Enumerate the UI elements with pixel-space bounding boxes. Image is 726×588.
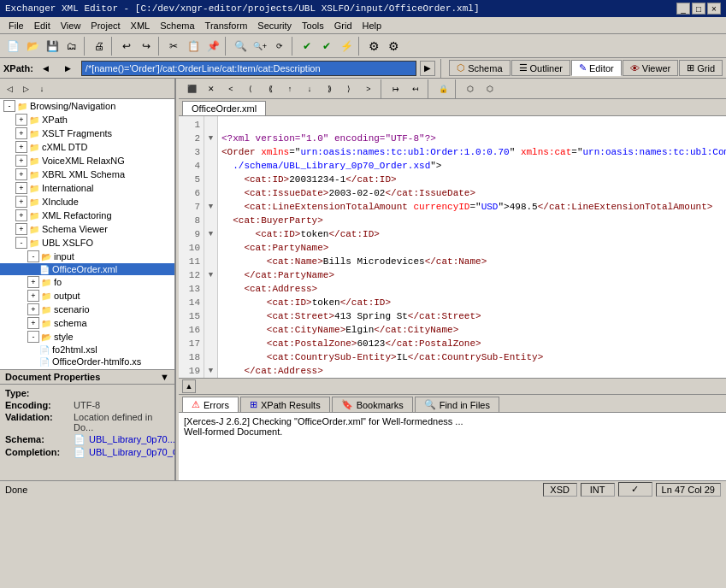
tree-item-fo2html[interactable]: 📄 fo2html.xsl xyxy=(0,344,174,356)
ed-tb-leftdbl[interactable]: ⟪ xyxy=(261,79,280,98)
xpath-results-tab[interactable]: ⊞ XPath Results xyxy=(240,397,330,412)
xpath-fwd-button[interactable]: ▶ xyxy=(59,59,78,78)
tree-expand-xpath[interactable]: + xyxy=(15,114,27,126)
ed-tb-fwd[interactable]: ⟩ xyxy=(339,79,358,98)
fold-9[interactable]: ▼ xyxy=(204,227,217,241)
code-editor[interactable]: 12345 678910 1112131415 1617181920 21222… xyxy=(179,116,726,378)
ed-tb-jump[interactable]: ↦ xyxy=(387,79,405,98)
menu-transform[interactable]: Transform xyxy=(200,20,253,32)
menu-help[interactable]: Help xyxy=(357,20,387,32)
tree-item-xpath[interactable]: + 📁 XPath xyxy=(0,113,174,126)
undo-button[interactable]: ↩ xyxy=(117,37,136,56)
doc-props-expand[interactable]: ▼ xyxy=(160,372,169,382)
tree-expand-browsing[interactable]: - xyxy=(3,100,15,112)
ed-tb-lock[interactable]: 🔒 xyxy=(434,79,452,98)
menu-edit[interactable]: Edit xyxy=(29,20,56,32)
ed-tb-1[interactable]: ⬛ xyxy=(182,79,201,98)
tree-item-officeorder[interactable]: 📄 OfficeOrder.xml xyxy=(0,263,174,275)
tree-item-xslt-fragments[interactable]: + 📁 XSLT Fragments xyxy=(0,126,174,140)
redo-button[interactable]: ↪ xyxy=(137,37,156,56)
tree-item-voicexml[interactable]: + 📁 VoiceXML RelaxNG xyxy=(0,154,174,168)
ed-tb-right[interactable]: > xyxy=(359,79,378,98)
find-replace-button[interactable]: 🔍+ xyxy=(251,37,269,56)
save-button[interactable]: 💾 xyxy=(43,37,62,56)
tree-expand-sv[interactable]: + xyxy=(15,223,27,235)
menu-view[interactable]: View xyxy=(56,20,86,32)
tree-item-international[interactable]: + 📁 International xyxy=(0,181,174,195)
replace-button[interactable]: ⟳ xyxy=(270,37,289,56)
tree-expand-xi[interactable]: + xyxy=(15,196,27,208)
tree-item-htmlfo[interactable]: 📄 OfficeOrder-htmlfo.xs xyxy=(0,356,174,368)
ed-tb-rightdbl[interactable]: ⟫ xyxy=(320,79,339,98)
find-in-files-tab[interactable]: 🔍 Find in Files xyxy=(415,397,499,412)
tree-expand-ubl[interactable]: - xyxy=(15,237,27,249)
menu-grid[interactable]: Grid xyxy=(329,20,357,32)
tree-expand-xmlr[interactable]: + xyxy=(15,209,27,221)
fold-7[interactable]: ▼ xyxy=(204,200,217,214)
new-button[interactable]: 📄 xyxy=(3,37,22,56)
tree-item-schema[interactable]: + 📁 schema xyxy=(0,316,174,330)
menu-xml[interactable]: XML xyxy=(126,20,156,32)
menu-tools[interactable]: Tools xyxy=(297,20,329,32)
tree-expand-schema[interactable]: + xyxy=(27,317,39,329)
tree-expand-cxml[interactable]: + xyxy=(15,141,27,153)
file-tab-officeorder[interactable]: OfficeOrder.xml xyxy=(182,101,266,115)
tree-item-output[interactable]: + 📁 output xyxy=(0,289,174,303)
tree-expand-scenario[interactable]: + xyxy=(27,303,39,315)
sidebar-open-button[interactable]: ▷ xyxy=(18,81,33,97)
maximize-button[interactable]: □ xyxy=(692,3,705,15)
code-content[interactable]: <?xml version="1.0" encoding="UTF-8"?> <… xyxy=(218,116,726,378)
print-button[interactable]: 🖨 xyxy=(90,37,109,56)
tree-expand-xbrl[interactable]: + xyxy=(15,168,27,180)
open-button[interactable]: 📂 xyxy=(23,37,42,56)
menu-file[interactable]: File xyxy=(3,20,29,32)
tree-item-xbrl[interactable]: + 📁 XBRL XML Schema xyxy=(0,168,174,181)
save-all-button[interactable]: 🗂 xyxy=(62,37,81,56)
tree-item-xmlrefactoring[interactable]: + 📁 XML Refactoring xyxy=(0,209,174,222)
transform-button[interactable]: ⚙ xyxy=(364,37,383,56)
cut-button[interactable]: ✂ xyxy=(164,37,183,56)
tree-expand-input[interactable]: - xyxy=(27,250,39,262)
ed-tb-down[interactable]: ↓ xyxy=(300,79,319,98)
viewer-tab[interactable]: 👁 Viewer xyxy=(623,60,678,76)
outliner-tab[interactable]: ☰ Outliner xyxy=(511,60,571,76)
ed-tb-col1[interactable]: ⬡ xyxy=(461,79,480,98)
fold-19[interactable]: ▼ xyxy=(204,364,217,378)
xpath-input[interactable] xyxy=(81,61,416,76)
find-button[interactable]: 🔍 xyxy=(231,37,250,56)
sidebar-new-button[interactable]: ◁ xyxy=(2,81,17,97)
schema-tab[interactable]: ⬡ Schema xyxy=(449,60,510,76)
copy-button[interactable]: 📋 xyxy=(184,37,203,56)
tree-item-xinclude[interactable]: + 📁 XInclude xyxy=(0,195,174,209)
fold-2[interactable]: ▼ xyxy=(204,132,217,145)
bottom-fold-btn[interactable]: ▲ xyxy=(182,379,196,393)
tree-item-browsing[interactable]: - 📁 Browsing/Navigation xyxy=(0,99,174,113)
menu-security[interactable]: Security xyxy=(252,20,297,32)
grid-tab[interactable]: ⊞ Grid xyxy=(679,60,723,76)
tree-expand-xslt[interactable]: + xyxy=(15,127,27,139)
tree-item-style[interactable]: - 📂 style xyxy=(0,330,174,344)
tree-item-input[interactable]: - 📂 input xyxy=(0,250,174,263)
close-button[interactable]: × xyxy=(707,3,721,15)
sidebar-expand-button[interactable]: ↓ xyxy=(34,81,50,97)
tree-expand-voicexml[interactable]: + xyxy=(15,155,27,167)
tree-expand-style[interactable]: - xyxy=(27,331,39,343)
menu-schema[interactable]: Schema xyxy=(155,20,199,32)
bookmarks-tab[interactable]: 🔖 Bookmarks xyxy=(332,397,413,412)
settings-button[interactable]: ⚙ xyxy=(384,37,403,56)
ed-tb-left[interactable]: < xyxy=(221,79,240,98)
ed-tb-2[interactable]: ✕ xyxy=(202,79,221,98)
ed-tb-col2[interactable]: ⬡ xyxy=(481,79,499,98)
xpath-run-button[interactable]: ▶ xyxy=(420,61,435,76)
tree-expand-fo[interactable]: + xyxy=(27,276,39,288)
ed-tb-up[interactable]: ↑ xyxy=(280,79,299,98)
tree-item-fo[interactable]: + 📁 fo xyxy=(0,275,174,289)
tree-expand-intl[interactable]: + xyxy=(15,182,27,194)
tree-item-schemaviewer[interactable]: + 📁 Schema Viewer xyxy=(0,222,174,236)
xpath-back-button[interactable]: ◀ xyxy=(37,59,56,78)
check-wf-button[interactable]: ⚡ xyxy=(337,37,356,56)
errors-tab[interactable]: ⚠ Errors xyxy=(182,397,239,412)
tree-item-scenario[interactable]: + 📁 scenario xyxy=(0,303,174,316)
editor-tab[interactable]: ✎ Editor xyxy=(571,60,622,76)
menu-project[interactable]: Project xyxy=(86,20,125,32)
